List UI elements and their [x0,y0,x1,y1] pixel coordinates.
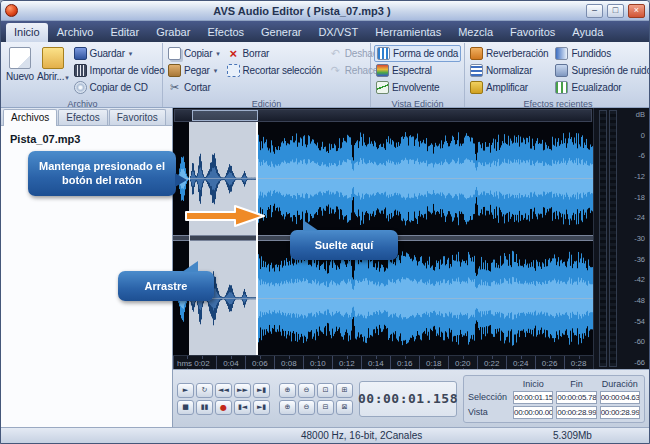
vertical-zoom-reset-button[interactable]: ⊟ [317,400,334,415]
play-button[interactable]: ► [177,383,194,398]
ecualizador-button[interactable]: Ecualizador [553,79,650,96]
stop-button[interactable]: ■ [177,400,194,415]
borrar-button[interactable]: Borrar [225,45,324,62]
importar-de-video-button[interactable]: Importar de vídeo [72,62,167,79]
overview-selection-region[interactable] [192,110,258,121]
recortar-seleccion-button[interactable]: Recortar selección [225,62,324,79]
pegar-button[interactable]: Pegar▾ [166,62,222,79]
callout-hold-mouse-button: Mantenga presionado el botón del ratón [28,151,176,196]
menu-tab-inicio[interactable]: Inicio [6,23,48,42]
next-marker-button[interactable]: ►▮ [253,400,270,415]
nuevo-button[interactable]: Nuevo [6,45,34,84]
transport-bar: ►↻◄◄►►►▮⊕⊖⊡⊞ ■▮▮●▮◄►▮⊕⊖⊟⊠ 00:00:01.158 I… [173,369,649,427]
nuevo-label: Nuevo [6,71,34,82]
copiar-de-cd-button[interactable]: Copiar de CD [72,79,167,96]
guardar-button[interactable]: Guardar▾ [72,45,167,62]
close-button[interactable]: × [628,4,645,18]
status-bar: 48000 Hz, 16-bit, 2Canales 5.309Mb [1,427,649,443]
selection-duration-value: 00:00:04.631 [600,391,640,404]
selection-start-value: 00:00:01.158 [513,391,553,404]
tab-efectos[interactable]: Efectos [58,109,107,125]
go-to-start-button[interactable]: ▮◄ [234,400,251,415]
col-header-duracion: Duración [600,379,640,389]
menu-tab-herramientas[interactable]: Herramientas [367,23,449,42]
timeline-unit-label: hms [175,359,194,368]
meter-scale-label: -48 [619,296,645,305]
maximize-button[interactable]: □ [607,4,624,18]
abrir-label: Abrir...▾ [37,71,69,82]
rewind-button[interactable]: ◄◄ [215,383,232,398]
zoom-selection-button[interactable]: ⊡ [317,383,334,398]
normalizar-button[interactable]: Normalizar [468,62,550,79]
zoom-in-button[interactable]: ⊕ [279,383,296,398]
menu-tab-editar[interactable]: Editar [102,23,147,42]
envelope-icon [376,81,389,94]
go-to-end-button[interactable]: ►▮ [253,383,270,398]
cortar-button[interactable]: Cortar [166,79,222,96]
tab-archivos[interactable]: Archivos [3,109,57,126]
menu-tab-favoritos[interactable]: Favoritos [502,23,563,42]
ribbon-group-edicion: Copiar▾ Pegar▾ Cortar Borrar [163,43,371,107]
play-looped-button[interactable]: ↻ [196,383,213,398]
editor-column: hms 0:020:040:060:080:100:120:140:160:18… [173,108,649,427]
fundidos-button[interactable]: Fundidos [553,45,650,62]
timeline-tick-label: 0:06 [251,359,269,368]
window-title: AVS Audio Editor ( Pista_07.mp3 ) [22,5,582,17]
tab-favoritos[interactable]: Favoritos [109,109,166,125]
meter-scale-label: -30 [619,234,645,243]
menu-tab-archivo[interactable]: Archivo [49,23,102,42]
meter-scale-label: -60 [619,337,645,346]
record-button[interactable]: ● [215,400,232,415]
vertical-zoom-out-button[interactable]: ⊖ [298,400,315,415]
espectral-button[interactable]: Espectral [374,62,461,79]
menu-tab-efectos[interactable]: Efectos [199,23,252,42]
meter-scale-label: -18 [619,193,645,202]
save-icon [74,47,87,60]
timeline-tick-label: 0:22 [483,359,501,368]
delete-icon [227,47,240,60]
amplificar-button[interactable]: Amplificar [468,79,550,96]
cd-icon [74,81,87,94]
zoom-all-button[interactable]: ⊞ [336,383,353,398]
menu-tab-ayuda[interactable]: Ayuda [564,23,611,42]
menu-tab-grabar[interactable]: Grabar [148,23,198,42]
menu-tab-mezcla[interactable]: Mezcla [450,23,501,42]
col-header-inicio: Inicio [513,379,553,389]
ribbon-group-vista-edicion: Forma de onda Espectral Envolvente Vista… [371,43,465,107]
zoom-out-button[interactable]: ⊖ [298,383,315,398]
menu-tab-dx-vst[interactable]: DX/VST [310,23,366,42]
timeline-tick-label: 0:24 [512,359,530,368]
file-size-status: 5.309Mb [553,430,592,441]
app-window: AVS Audio Editor ( Pista_07.mp3 ) – □ × … [0,0,650,444]
view-start-value: 00:00:00.000 [513,406,553,419]
dropdown-arrow-icon: ▾ [65,74,68,81]
meter-scale-label: -54 [619,317,645,326]
undo-icon [329,47,342,60]
meter-scale-label: -36 [619,255,645,264]
reverberacion-button[interactable]: Reverberación [468,45,550,62]
pause-button[interactable]: ▮▮ [196,400,213,415]
meter-scale-label: -24 [619,213,645,222]
vertical-zoom-in-button[interactable]: ⊕ [279,400,296,415]
copiar-button[interactable]: Copiar▾ [166,45,222,62]
list-item-file[interactable]: Pista_07.mp3 [10,133,163,145]
fast-forward-button[interactable]: ►► [234,383,251,398]
meter-scale-label: -6 [619,151,645,160]
reverb-icon [470,47,483,60]
supresion-de-ruidos-button[interactable]: Supresión de ruidos [553,62,650,79]
zoom-1-1-button[interactable]: ⊠ [336,400,353,415]
menu-tab-generar[interactable]: Generar [253,23,309,42]
dropdown-arrow-icon: ▾ [214,67,217,75]
forma-de-onda-button[interactable]: Forma de onda [374,45,461,62]
copy-icon [168,47,181,60]
minimize-button[interactable]: – [586,4,603,18]
overview-bar[interactable] [174,109,592,122]
envolvente-button[interactable]: Envolvente [374,79,461,96]
abrir-button[interactable]: Abrir...▾ [37,45,69,84]
timeline-ruler[interactable]: hms 0:020:040:060:080:100:120:140:160:18… [173,355,593,369]
drag-direction-arrow [185,203,267,229]
timeline-tick-label: 0:12 [338,359,356,368]
timeline-tick-label: 0:14 [367,359,385,368]
panel-tab-bar: Archivos Efectos Favoritos [1,108,172,126]
meter-scale-label: -42 [619,275,645,284]
